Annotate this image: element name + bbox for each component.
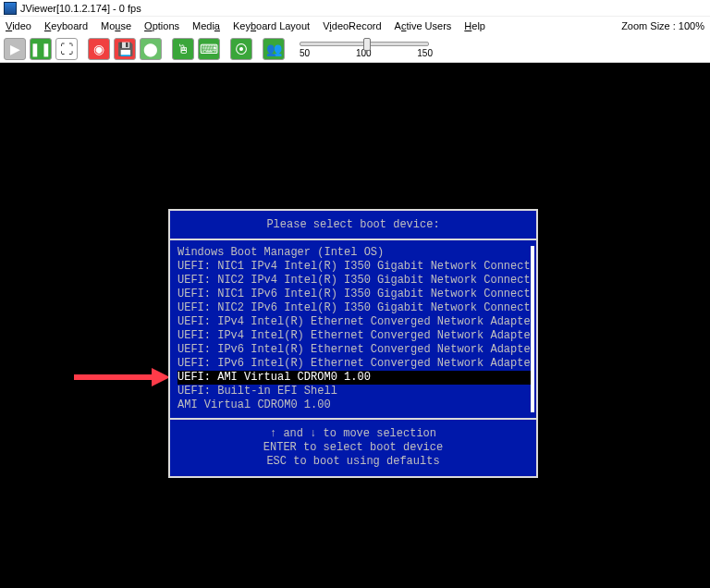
boot-dialog-title: Please select boot device: bbox=[170, 211, 536, 240]
boot-device-list[interactable]: Windows Boot Manager (Intel OS)UEFI: NIC… bbox=[170, 240, 536, 420]
boot-device-item[interactable]: UEFI: NIC1 IPv4 Intel(R) I350 Gigabit Ne… bbox=[178, 260, 532, 274]
boot-device-item[interactable]: UEFI: AMI Virtual CDROM0 1.00 bbox=[178, 371, 532, 385]
record-icon[interactable]: ⦿ bbox=[230, 38, 252, 60]
boot-device-item[interactable]: UEFI: NIC2 IPv6 Intel(R) I350 Gigabit Ne… bbox=[178, 301, 532, 315]
zoom-size-label: Zoom Size : 100% bbox=[621, 20, 704, 31]
keyboard-icon[interactable]: ⌨ bbox=[198, 38, 220, 60]
floppy-icon[interactable]: 💾 bbox=[114, 38, 136, 60]
menu-item[interactable]: VideoRecord bbox=[323, 20, 381, 31]
titlebar: JViewer[10.1.2.174] - 0 fps bbox=[0, 0, 710, 17]
boot-device-item[interactable]: UEFI: Built-in EFI Shell bbox=[178, 385, 532, 398]
mouse-icon[interactable]: 🖱 bbox=[172, 38, 194, 60]
users-icon[interactable]: 👥 bbox=[263, 38, 285, 60]
menu-item[interactable]: Help bbox=[464, 20, 485, 31]
boot-device-item[interactable]: AMI Virtual CDROM0 1.00 bbox=[178, 398, 532, 412]
menu-item[interactable]: Media bbox=[192, 20, 220, 31]
menu-item[interactable]: Mouse bbox=[101, 20, 131, 31]
boot-device-item[interactable]: UEFI: IPv6 Intel(R) Ethernet Converged N… bbox=[178, 343, 532, 357]
boot-device-item[interactable]: UEFI: IPv4 Intel(R) Ethernet Converged N… bbox=[178, 329, 532, 343]
boot-device-dialog: Please select boot device: Windows Boot … bbox=[168, 209, 538, 478]
play-icon[interactable]: ▶ bbox=[4, 38, 26, 60]
menu-item[interactable]: Keyboard bbox=[44, 20, 88, 31]
boot-device-item[interactable]: UEFI: IPv4 Intel(R) Ethernet Converged N… bbox=[178, 315, 532, 329]
menubar: VideoKeyboardMouseOptionsMediaKeyboard L… bbox=[0, 17, 710, 35]
window-title: JViewer[10.1.2.174] - 0 fps bbox=[20, 3, 141, 14]
fullscreen-icon[interactable]: ⛶ bbox=[55, 38, 78, 60]
boot-device-item[interactable]: UEFI: IPv6 Intel(R) Ethernet Converged N… bbox=[178, 357, 532, 371]
remote-console[interactable]: Please select boot device: Windows Boot … bbox=[0, 63, 710, 588]
toolbar: ▶❚❚⛶◉💾⬤🖱⌨⦿👥 50 100 150 bbox=[0, 35, 710, 63]
menu-item[interactable]: Options bbox=[144, 20, 179, 31]
scrollbar[interactable] bbox=[531, 246, 534, 412]
annotation-arrow bbox=[74, 364, 170, 390]
harddisk-icon[interactable]: ⬤ bbox=[140, 38, 162, 60]
boot-device-item[interactable]: UEFI: NIC2 IPv4 Intel(R) I350 Gigabit Ne… bbox=[178, 274, 532, 288]
svg-marker-1 bbox=[152, 368, 170, 386]
pause-icon[interactable]: ❚❚ bbox=[30, 38, 52, 60]
boot-dialog-footer: ↑ and ↓ to move selection ENTER to selec… bbox=[170, 420, 536, 476]
cd-icon[interactable]: ◉ bbox=[88, 38, 110, 60]
app-icon bbox=[4, 2, 17, 15]
zoom-slider[interactable] bbox=[300, 42, 429, 46]
boot-device-item[interactable]: Windows Boot Manager (Intel OS) bbox=[178, 246, 532, 260]
menu-item[interactable]: Active Users bbox=[395, 20, 452, 31]
slider-thumb[interactable] bbox=[363, 38, 371, 51]
menu-item[interactable]: Video bbox=[6, 20, 31, 31]
boot-device-item[interactable]: UEFI: NIC1 IPv6 Intel(R) I350 Gigabit Ne… bbox=[178, 288, 532, 301]
menu-item[interactable]: Keyboard Layout bbox=[233, 20, 310, 31]
